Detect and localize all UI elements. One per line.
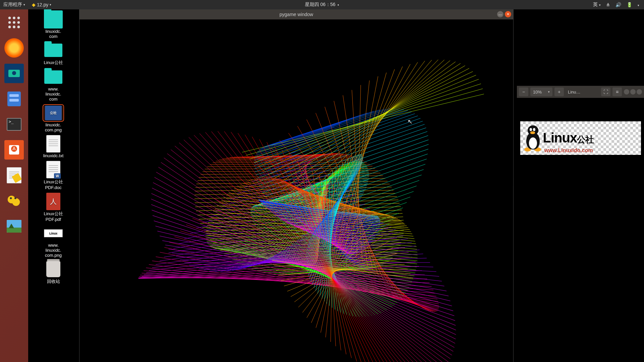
image-viewer-icon[interactable] [4, 217, 24, 236]
desktop-item-label: linuxidc. com [46, 29, 61, 39]
desktop-item[interactable]: Linux公社 [33, 43, 73, 66]
viewer-maximize-button[interactable] [630, 89, 636, 95]
firefox-icon[interactable] [4, 38, 24, 58]
clock[interactable]: 星期四 06：56● [305, 2, 339, 8]
tux-icon [523, 125, 543, 152]
fullscreen-button[interactable]: ⛶ [601, 87, 610, 96]
zoom-in-button[interactable]: + [554, 87, 564, 96]
pygame-canvas [79, 19, 513, 362]
pygame-titlebar[interactable]: pygame window — ✕ [79, 9, 513, 19]
minimize-button[interactable]: — [497, 11, 503, 17]
svg-point-8 [17, 26, 20, 28]
svg-point-2 [17, 17, 20, 19]
software-center-icon[interactable]: A [4, 140, 24, 160]
text-editor-icon[interactable] [4, 166, 24, 185]
menu-button[interactable]: ≡ [612, 87, 622, 96]
svg-point-1 [13, 17, 15, 19]
desktop-item-label: www. linuxidc. com.png [45, 243, 62, 258]
desktop-icons: linuxidc. comLinux公社www. linuxidc. com公社… [32, 12, 75, 285]
zoom-select[interactable]: 10%▾ [530, 87, 552, 96]
desktop-item-label: Linux公社 PDF.pdf [44, 211, 63, 222]
desktop-item[interactable]: WLinux公社 PDF.doc [33, 162, 73, 190]
svg-point-6 [8, 26, 11, 28]
terminal-icon[interactable]: >_ [4, 115, 24, 134]
system-menu[interactable]: ▾ [638, 2, 639, 7]
launcher-dock: >_ A [0, 9, 28, 362]
desktop-item[interactable]: Linuxwww. linuxidc. com.png [33, 226, 73, 258]
pygame-title: pygame window [279, 12, 313, 17]
svg-point-12 [14, 197, 16, 199]
desktop-item[interactable]: www. linuxidc. com [33, 70, 73, 102]
desktop-item-label: Linux公社 [44, 60, 63, 66]
zoom-out-button[interactable]: − [519, 87, 528, 96]
image-viewer-toolbar: − 10%▾ + Linu… ⛶ ≡ [517, 86, 644, 98]
viewer-close-button[interactable] [637, 89, 642, 95]
svg-point-0 [8, 17, 11, 19]
top-panel: 应用程序 ▾ ◆ 12.py ▾ 星期四 06：56● 英 ▾ ⋔ 🔊 🔋 ▾ [0, 0, 644, 9]
svg-point-11 [10, 197, 12, 199]
apps-grid-icon[interactable] [4, 13, 24, 32]
desktop-item-label: 回收站 [47, 279, 60, 285]
active-app-indicator[interactable]: ◆ 12.py ▾ [29, 2, 55, 7]
svg-point-4 [13, 21, 15, 24]
battery-icon[interactable]: 🔋 [627, 2, 632, 7]
desktop-item-label: Linux公社 PDF.doc [44, 179, 63, 190]
network-icon[interactable]: ⋔ [606, 2, 610, 7]
files-icon[interactable] [4, 89, 24, 109]
desktop-item[interactable]: 回收站 [33, 262, 73, 285]
desktop-item-label: www. linuxidc. com [46, 86, 61, 102]
applications-menu[interactable]: 应用程序 ▾ [0, 2, 29, 8]
ime-indicator[interactable]: 英 ▾ [593, 2, 601, 8]
desktop-item[interactable]: 人Linux公社 PDF.pdf [33, 194, 73, 222]
close-button[interactable]: ✕ [505, 11, 511, 17]
volume-icon[interactable]: 🔊 [615, 2, 621, 7]
svg-point-3 [8, 21, 11, 24]
linux-logo: Linux公社 www.Linuxido.com [520, 121, 641, 155]
image-viewer-window: − 10%▾ + Linu… ⛶ ≡ Linux公社 www.Linuxido.… [517, 86, 644, 178]
desktop-item[interactable]: linuxidc. com [33, 12, 73, 39]
desktop-item[interactable]: linuxidc.txt [33, 136, 73, 158]
screenshot-app-icon[interactable] [4, 64, 24, 83]
image-viewer-title: Linu… [566, 89, 599, 95]
svg-point-10 [12, 198, 20, 206]
python-app-icon[interactable] [4, 191, 24, 210]
image-viewer-content: Linux公社 www.Linuxido.com [517, 98, 644, 178]
desktop-item-label: linuxidc.txt [43, 153, 64, 158]
desktop-item-label: linuxidc. com.png [45, 122, 62, 132]
svg-point-7 [13, 26, 15, 28]
svg-point-5 [17, 21, 20, 24]
pygame-window: pygame window — ✕ [79, 9, 513, 362]
viewer-minimize-button[interactable] [624, 89, 629, 95]
desktop-item[interactable]: 公社linuxidc. com.png [33, 106, 73, 132]
